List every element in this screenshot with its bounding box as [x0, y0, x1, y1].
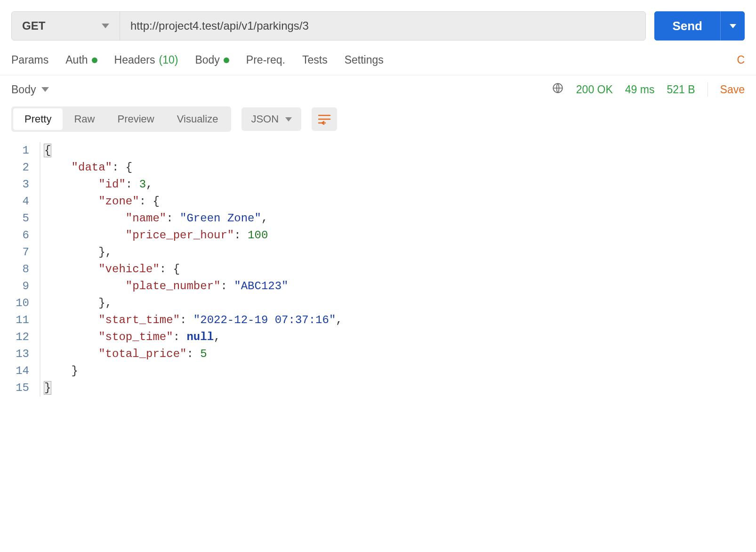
- response-size: 521 B: [667, 83, 695, 96]
- tab-prerequest[interactable]: Pre-req.: [246, 54, 285, 66]
- view-mode-segment: Pretty Raw Preview Visualize: [11, 106, 231, 132]
- status-code: 200 OK: [576, 83, 613, 96]
- tab-params[interactable]: Params: [11, 54, 48, 66]
- response-view-controls: Pretty Raw Preview Visualize JSON: [0, 104, 756, 141]
- format-value: JSON: [251, 113, 279, 125]
- line-number-gutter: 123456789101112131415: [11, 142, 40, 397]
- tab-label: Body: [195, 54, 219, 66]
- request-bar: GET Send: [0, 0, 756, 47]
- send-button[interactable]: Send: [654, 11, 720, 41]
- http-method-select[interactable]: GET: [12, 12, 120, 40]
- chevron-down-icon: [730, 24, 736, 28]
- tab-label: Settings: [345, 54, 384, 66]
- view-visualize-button[interactable]: Visualize: [166, 108, 230, 130]
- save-response-button[interactable]: Save: [720, 83, 745, 96]
- send-options-button[interactable]: [720, 11, 745, 41]
- tab-settings[interactable]: Settings: [345, 54, 384, 66]
- divider: [708, 82, 708, 97]
- chevron-down-icon: [102, 24, 109, 28]
- tab-body[interactable]: Body: [195, 54, 229, 66]
- tab-label: Params: [11, 54, 48, 66]
- wrap-lines-button[interactable]: [312, 107, 337, 131]
- tab-headers[interactable]: Headers (10): [114, 54, 178, 66]
- response-meta-bar: Body 200 OK 49 ms 521 B Save: [0, 75, 756, 104]
- view-pretty-button[interactable]: Pretty: [13, 108, 63, 130]
- status-dot-icon: [224, 57, 229, 63]
- view-raw-button[interactable]: Raw: [63, 108, 106, 130]
- tab-label: Tests: [302, 54, 328, 66]
- send-button-group: Send: [654, 11, 745, 41]
- chevron-down-icon: [285, 117, 292, 122]
- globe-icon[interactable]: [552, 82, 564, 97]
- response-time: 49 ms: [625, 83, 655, 96]
- format-select[interactable]: JSON: [241, 107, 301, 131]
- response-stats: 200 OK 49 ms 521 B Save: [552, 82, 745, 97]
- method-url-group: GET: [11, 11, 646, 41]
- request-tabs: Params Auth Headers (10) Body Pre-req. T…: [0, 47, 756, 75]
- url-input[interactable]: [120, 12, 645, 40]
- tab-label: Pre-req.: [246, 54, 285, 66]
- chevron-down-icon: [41, 87, 49, 92]
- cookies-label: C: [737, 54, 745, 66]
- code-content: { "data": { "id": 3, "zone": { "name": "…: [40, 142, 343, 397]
- tab-label: Auth: [65, 54, 88, 66]
- tab-tests[interactable]: Tests: [302, 54, 328, 66]
- tab-label: Headers: [114, 54, 155, 66]
- headers-count: (10): [159, 54, 178, 66]
- status-dot-icon: [92, 57, 97, 63]
- response-section-select[interactable]: Body: [11, 83, 49, 96]
- response-body-editor[interactable]: 123456789101112131415 { "data": { "id": …: [0, 141, 756, 415]
- tab-auth[interactable]: Auth: [65, 54, 97, 66]
- cookies-link[interactable]: C: [737, 54, 745, 66]
- view-preview-button[interactable]: Preview: [106, 108, 165, 130]
- http-method-value: GET: [22, 19, 45, 32]
- response-section-label: Body: [11, 83, 36, 96]
